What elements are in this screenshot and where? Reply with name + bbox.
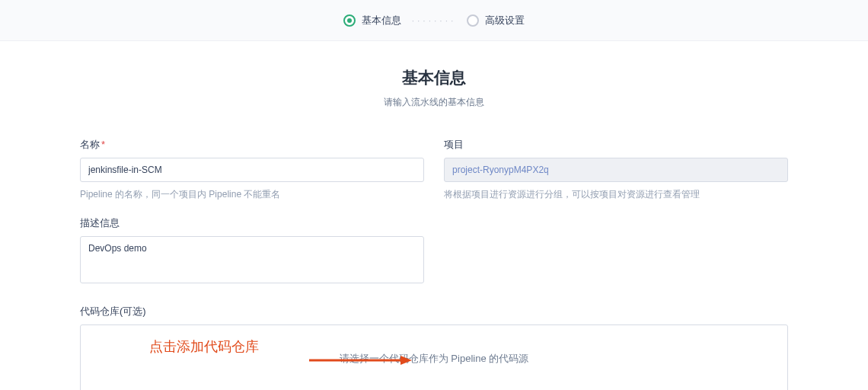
form: 名称* Pipeline 的名称，同一个项目内 Pipeline 不能重名 项目… xyxy=(80,138,788,390)
svg-marker-1 xyxy=(400,356,412,365)
step-basic-info[interactable]: 基本信息 xyxy=(343,14,401,27)
name-help: Pipeline 的名称，同一个项目内 Pipeline 不能重名 xyxy=(80,188,424,201)
name-label: 名称* xyxy=(80,138,424,152)
repo-selector[interactable]: 点击添加代码仓库 请选择一个代码仓库作为 Pipeline 的代码源 xyxy=(80,324,788,390)
description-label: 描述信息 xyxy=(80,216,424,230)
main-content: 基本信息 请输入流水线的基本信息 名称* Pipeline 的名称，同一个项目内… xyxy=(0,41,868,390)
step-circle-active-icon xyxy=(343,14,356,27)
project-label: 项目 xyxy=(444,138,788,152)
page-title: 基本信息 xyxy=(0,67,868,88)
steps-bar: 基本信息 ········ 高级设置 xyxy=(0,0,868,41)
name-input[interactable] xyxy=(80,158,424,182)
step-circle-inactive-icon xyxy=(467,14,479,27)
required-icon: * xyxy=(101,139,105,150)
annotation-text: 点击添加代码仓库 xyxy=(149,337,259,356)
step-label-active: 基本信息 xyxy=(362,14,401,27)
page-subtitle: 请输入流水线的基本信息 xyxy=(0,96,868,109)
step-separator-icon: ········ xyxy=(412,15,457,26)
repo-label: 代码仓库(可选) xyxy=(80,305,788,318)
description-input[interactable] xyxy=(80,236,424,283)
project-help: 将根据项目进行资源进行分组，可以按项目对资源进行查看管理 xyxy=(444,188,788,201)
step-advanced[interactable]: 高级设置 xyxy=(467,14,525,27)
project-input xyxy=(444,158,788,182)
annotation-arrow-icon xyxy=(309,354,412,366)
step-label-inactive: 高级设置 xyxy=(485,14,525,27)
